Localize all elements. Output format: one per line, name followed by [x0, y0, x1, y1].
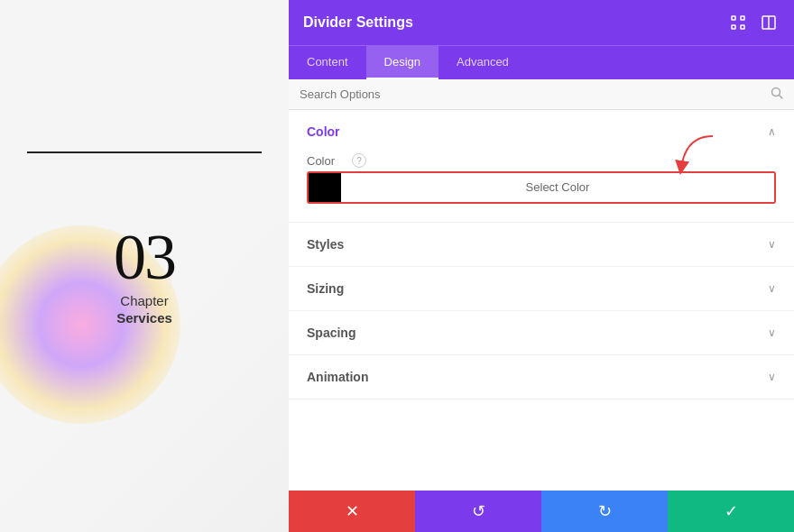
section-styles: Styles ∨ [289, 223, 794, 267]
section-animation-title: Animation [307, 370, 368, 384]
section-color-title: Color [307, 124, 340, 139]
section-color: Color ∧ Color ? [289, 110, 794, 223]
tab-design[interactable]: Design [366, 46, 439, 79]
section-color-content: Color ? Select Colo [289, 153, 794, 222]
tabs: Content Design Advanced [289, 45, 794, 79]
chevron-down-icon: ∨ [768, 238, 776, 251]
chapter-number: 03 [114, 225, 175, 289]
chevron-down-icon: ∨ [768, 282, 776, 295]
svg-line-7 [780, 96, 783, 99]
color-picker-container: Select Color [307, 171, 776, 204]
section-sizing-title: Sizing [307, 281, 344, 296]
section-spacing-header[interactable]: Spacing ∨ [289, 311, 794, 354]
svg-rect-1 [741, 16, 744, 20]
chapter-content: 03 Chapter Services [114, 225, 175, 326]
chevron-up-icon: ∧ [768, 125, 776, 138]
select-color-label: Select Color [341, 173, 774, 202]
page-preview: 03 Chapter Services [0, 0, 289, 532]
redo-button[interactable]: ↻ [541, 491, 668, 532]
save-button[interactable]: ✓ [668, 491, 794, 532]
divider-preview [27, 151, 262, 153]
section-styles-header[interactable]: Styles ∨ [289, 223, 794, 266]
section-spacing-title: Spacing [307, 326, 355, 340]
panel-footer: ✕ ↺ ↻ ✓ [289, 491, 794, 532]
color-swatch [309, 173, 341, 202]
svg-rect-0 [732, 16, 735, 20]
cancel-button[interactable]: ✕ [289, 491, 415, 532]
chapter-label: Chapter [114, 293, 175, 308]
reset-button[interactable]: ↺ [415, 491, 541, 532]
panel-header: Divider Settings [289, 0, 794, 45]
tab-content[interactable]: Content [289, 46, 366, 79]
search-input[interactable] [300, 87, 763, 101]
focus-icon[interactable] [727, 12, 749, 33]
panel-title: Divider Settings [303, 14, 413, 31]
header-icons [727, 12, 780, 33]
chevron-down-icon: ∨ [768, 371, 776, 383]
svg-rect-2 [732, 25, 735, 29]
tab-advanced[interactable]: Advanced [439, 46, 527, 79]
arrow-indicator [668, 132, 722, 177]
help-icon[interactable]: ? [352, 153, 366, 168]
settings-panel: Divider Settings Content [289, 0, 794, 532]
search-icon [771, 87, 783, 102]
section-styles-title: Styles [307, 237, 344, 252]
panel-body: Color ∧ Color ? [289, 110, 794, 491]
section-sizing-header[interactable]: Sizing ∨ [289, 267, 794, 310]
chapter-sublabel: Services [114, 310, 175, 326]
search-bar [289, 79, 794, 110]
section-animation: Animation ∨ [289, 355, 794, 399]
section-sizing: Sizing ∨ [289, 267, 794, 311]
chevron-down-icon: ∨ [768, 326, 776, 339]
section-animation-header[interactable]: Animation ∨ [289, 355, 794, 399]
color-field-label: Color [307, 154, 343, 168]
svg-rect-3 [741, 25, 744, 29]
layout-icon[interactable] [758, 12, 780, 33]
section-spacing: Spacing ∨ [289, 311, 794, 355]
